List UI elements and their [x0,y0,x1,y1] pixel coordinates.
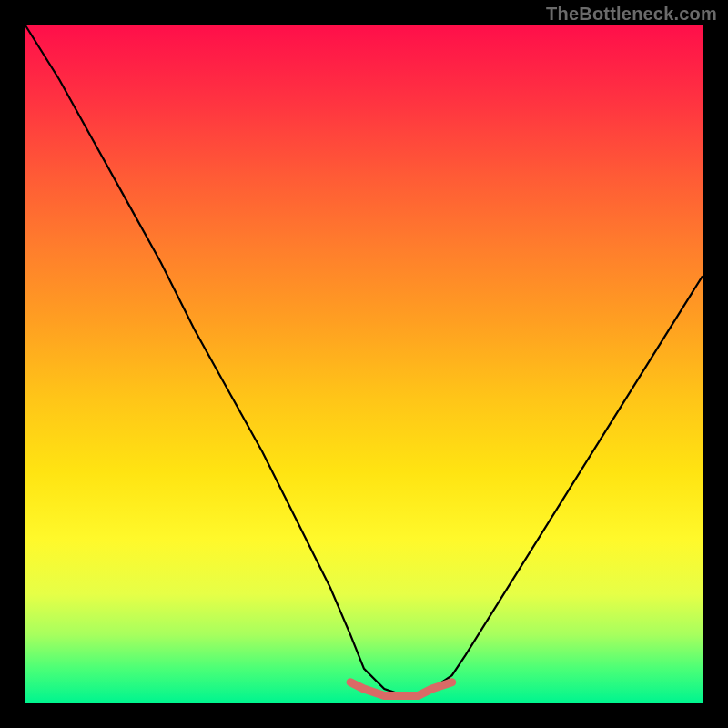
optimal-range-marker-path [350,682,452,696]
bottleneck-curve-path [25,25,703,696]
chart-frame: TheBottleneck.com [0,0,728,728]
chart-overlay [25,25,703,703]
watermark-label: TheBottleneck.com [546,4,717,25]
